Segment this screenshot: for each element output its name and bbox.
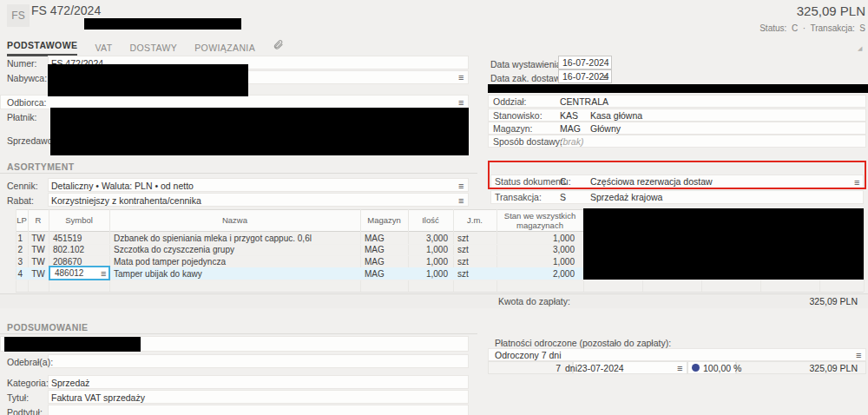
odbiorca-label: Odbiorca:: [7, 96, 47, 109]
table-row-symbol[interactable]: 802.102: [49, 244, 109, 256]
nabywca-lookup-icon[interactable]: ≡: [458, 73, 464, 82]
cennik-value: Detaliczny • Waluta: PLN • od netto: [51, 180, 194, 192]
odebral-field[interactable]: [48, 354, 469, 368]
tab-bar: PODSTAWOWE VAT DOSTAWY POWIĄZANIA: [7, 38, 284, 56]
col-header-nazwa[interactable]: Nazwa: [109, 209, 360, 232]
data-zak-label: Data zak. dostawy:: [490, 72, 568, 84]
table-row-jm[interactable]: szt: [453, 256, 496, 268]
status-dokumentu-name: Częściowa rezerwacja dostaw: [590, 175, 713, 188]
transaction-label: Transakcja:: [810, 23, 854, 33]
table-row-magazyn[interactable]: MAG: [360, 256, 408, 268]
table-row-jm[interactable]: szt: [453, 244, 496, 256]
stanowisko-field[interactable]: [488, 109, 866, 122]
dni-value: 7: [547, 362, 561, 374]
table-row-ilosc[interactable]: 1,000: [408, 256, 453, 268]
table-row-r[interactable]: TW: [28, 233, 49, 245]
tab-vat[interactable]: VAT: [95, 43, 112, 56]
table-row-symbol[interactable]: 451519: [49, 233, 109, 245]
transakcja-row-label: Transakcja:: [495, 191, 542, 203]
table-row-lp[interactable]: 2: [16, 244, 28, 256]
rabat-label: Rabat:: [7, 194, 34, 207]
page-title: FS 472/2024: [31, 3, 101, 17]
paperclip-icon[interactable]: [273, 38, 284, 56]
tab-podstawowe[interactable]: PODSTAWOWE: [7, 40, 77, 56]
col-header-symbol[interactable]: Symbol: [49, 209, 109, 232]
numer-label: Numer:: [7, 57, 36, 69]
invoice-window: FS FS 472/2024 325,09 PLN Status: C · Tr…: [0, 0, 868, 415]
table-row-ilosc[interactable]: 3,000: [408, 233, 453, 245]
header-total-amount: 325,09 PLN: [692, 3, 865, 18]
table-row-r[interactable]: TW: [28, 256, 49, 268]
table-row-stan[interactable]: 3,000: [496, 244, 583, 256]
data-platnosci-lookup-icon[interactable]: ≡: [677, 364, 682, 373]
stanowisko-code: KAS: [560, 109, 578, 122]
table-row-jm[interactable]: szt: [453, 268, 496, 280]
nabywca-label: Nabywca:: [7, 72, 47, 84]
stanowisko-label: Stanowisko:: [493, 109, 542, 122]
podtytul-field[interactable]: [48, 405, 469, 415]
col-header-jm[interactable]: J.m.: [453, 209, 496, 232]
redacted-platnik-sprzedawca: [50, 108, 469, 155]
table-row-nazwa[interactable]: Dzbanek do spieniania mleka i przygot ca…: [109, 233, 360, 245]
status-dokumentu-label: Status dokumentu:: [495, 175, 571, 188]
procent-value: 100,00 %: [703, 362, 741, 374]
rabat-lookup-icon[interactable]: ≡: [458, 196, 464, 206]
dni-unit: dni: [565, 362, 577, 374]
magazyn-label: Magazyn:: [493, 122, 533, 135]
odbiorca-lookup-icon[interactable]: ≡: [458, 98, 464, 108]
forma-platnosci-value: Odroczony 7 dni: [495, 349, 561, 361]
col-header-stan[interactable]: Stan we wszystkich magazynach: [496, 211, 583, 230]
row-divider: [16, 292, 864, 293]
table-row-lp[interactable]: 3: [16, 256, 28, 268]
podsumowanie-divider: [0, 333, 477, 334]
forma-platnosci-lookup-icon[interactable]: ≡: [856, 351, 861, 360]
status-dokumentu-lookup-icon[interactable]: ≡: [854, 178, 859, 188]
table-row-stan[interactable]: 1,000: [496, 256, 583, 268]
redacted-subtitle: [84, 18, 241, 30]
table-row-nazwa[interactable]: Tamper ubijak do kawy: [109, 268, 360, 280]
table-row-stan[interactable]: 2,000: [496, 268, 583, 280]
col-header-ilosc[interactable]: Ilość: [408, 209, 453, 232]
table-row-stan[interactable]: 1,000: [496, 233, 583, 245]
data-zak-lookup-icon[interactable]: ≡: [602, 73, 608, 82]
kwota-bar: [0, 293, 868, 308]
table-row-jm[interactable]: szt: [453, 233, 496, 245]
symbol-editor-value[interactable]: 486012: [50, 267, 98, 280]
table-row-lp[interactable]: 1: [16, 233, 28, 245]
kategoria-value: Sprzedaż: [51, 377, 89, 389]
table-row-magazyn[interactable]: MAG: [360, 244, 408, 256]
tab-powiazania[interactable]: POWIĄZANIA: [194, 43, 255, 56]
transakcja-field[interactable]: [490, 190, 864, 204]
grid-line: [864, 209, 865, 292]
col-header-lp[interactable]: LP: [16, 209, 28, 232]
cennik-label: Cennik:: [7, 180, 38, 192]
table-row-nazwa[interactable]: Szczotka do czyszczenia grupy: [109, 244, 360, 256]
table-row-magazyn[interactable]: MAG: [360, 268, 408, 280]
magazyn-code: MAG: [560, 122, 581, 135]
sposob-dostawy-label: Sposób dostawy:: [493, 135, 562, 148]
cennik-lookup-icon[interactable]: ≡: [458, 181, 464, 191]
oddzial-field[interactable]: [488, 95, 866, 108]
table-row-r[interactable]: TW: [28, 244, 49, 256]
platnosci-title: Płatności odroczone (pozostało do zapłat…: [495, 337, 671, 349]
tab-dostawy[interactable]: DOSTAWY: [129, 43, 177, 56]
tytul-label: Tytuł:: [7, 392, 29, 404]
magazyn-field[interactable]: [488, 122, 866, 135]
symbol-editor-lookup-icon[interactable]: ≡: [101, 269, 106, 279]
table-row-magazyn[interactable]: MAG: [360, 233, 408, 245]
data-platnosci-value: 23-07-2024: [577, 362, 624, 374]
table-row-ilosc[interactable]: 1,000: [408, 268, 453, 280]
table-row-lp[interactable]: 4: [16, 268, 28, 280]
podsumowanie-section-title: PODSUMOWANIE: [7, 322, 88, 333]
asortyment-section-title: ASORTYMENT: [7, 161, 75, 172]
table-row-nazwa[interactable]: Mata pod tamper pojedyncza: [109, 256, 360, 268]
header-status-line: Status: C · Transakcja: S: [605, 23, 865, 33]
table-row-r[interactable]: TW: [28, 268, 49, 280]
col-header-r[interactable]: R: [28, 209, 49, 232]
kategoria-field[interactable]: [48, 375, 469, 389]
resize-grip-icon[interactable]: ◢: [858, 45, 862, 52]
table-row-ilosc[interactable]: 1,000: [408, 244, 453, 256]
col-header-magazyn[interactable]: Magazyn: [360, 209, 408, 232]
redacted-price-columns: [583, 208, 864, 280]
tytul-value: Faktura VAT sprzedaży: [51, 392, 145, 404]
